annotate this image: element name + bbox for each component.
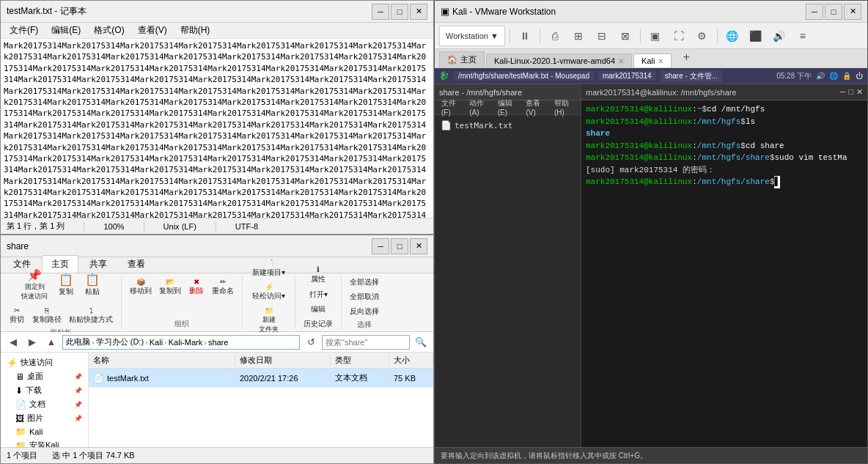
nav-downloads[interactable]: ⬇ 下载 📌 — [1, 383, 88, 397]
refresh-button[interactable]: ↺ — [303, 334, 319, 350]
vm-fullscreen-btn[interactable]: ⛶ — [669, 26, 689, 46]
inner-tb-mark[interactable]: mark20175314 — [598, 71, 656, 81]
fm-menu-file[interactable]: 文件(F) — [438, 97, 464, 117]
up-button[interactable]: ▲ — [43, 334, 59, 350]
fm-file-item[interactable]: 📄 testMark.txt — [439, 118, 576, 133]
vm-network-btn[interactable]: 🌐 — [722, 26, 743, 46]
fm-title: share - /mnt/hgfs/share — [439, 88, 522, 97]
copy-path-button[interactable]: ⎘ 复制路径 — [30, 305, 64, 326]
vm-usb-btn[interactable]: ⬛ — [746, 26, 766, 46]
fm-menu-help[interactable]: 帮助(H) — [551, 97, 578, 117]
paste-icon: 📋 — [85, 274, 100, 286]
menu-file[interactable]: 文件(F) — [4, 23, 44, 38]
rename-button[interactable]: ✏ 重命名 — [210, 276, 236, 298]
nav-kali[interactable]: 📁 Kali — [1, 425, 88, 438]
maximize-button[interactable]: □ — [391, 4, 408, 20]
menu-view[interactable]: 查看(V) — [132, 23, 173, 38]
organize-label: 组织 — [174, 319, 189, 329]
menu-edit[interactable]: 编辑(E) — [45, 23, 87, 38]
fm-menu-action[interactable]: 动作(A) — [466, 97, 493, 117]
col-name[interactable]: 名称 — [89, 355, 235, 366]
vmware-maximize[interactable]: □ — [825, 4, 842, 20]
nav-documents[interactable]: 📄 文档 📌 — [1, 397, 88, 411]
tab-close-2[interactable]: ✕ — [658, 57, 663, 65]
terminal-pane[interactable]: mark20175314@kalilinux: /mnt/hgfs/share … — [581, 84, 867, 447]
vm-icon1[interactable]: ⎙ — [545, 26, 565, 46]
notepad-content[interactable]: Mark20175314Mark20175314Mark20175314Mark… — [1, 39, 433, 218]
back-button[interactable]: ◀ — [5, 334, 21, 350]
vm-icon3[interactable]: ⊟ — [592, 26, 612, 46]
nav-quick-access[interactable]: ⚡ 快速访问 — [1, 356, 88, 369]
cut-button[interactable]: ✂ 剪切 — [7, 305, 27, 326]
workstation-label: Workstation ▼ — [446, 32, 499, 40]
menu-format[interactable]: 格式(O) — [88, 23, 130, 38]
col-type[interactable]: 类型 — [331, 355, 389, 366]
new-item-button[interactable]: 📄 新建项目▾ — [249, 257, 289, 280]
col-size[interactable]: 大小 — [389, 355, 433, 366]
vmware-tabs: 🏠 主页 Kali-Linux-2020.1-vmware-amd64 ✕ Ka… — [435, 49, 867, 68]
vmware-close[interactable]: ✕ — [844, 4, 861, 20]
search-button[interactable]: 🔍 — [413, 334, 429, 350]
explorer-controls: ─ □ ✕ — [372, 238, 427, 254]
select-all-button[interactable]: 全部选择 — [347, 276, 381, 289]
pin-to-quickaccess-button[interactable]: 📌 固定到快速访问 — [18, 268, 51, 303]
minimize-button[interactable]: ─ — [372, 4, 389, 20]
term-minimize[interactable]: ─ — [840, 87, 846, 97]
terminal-controls: ─ □ ✕ — [840, 87, 863, 97]
vm-screen[interactable]: 🐉 /mnt/hgfs/share/testMark.txt - Mousepa… — [435, 68, 867, 447]
explorer-window: share ─ □ ✕ 文件 主页 共享 查看 📌 固定到快速访问 📋 复制 — [0, 235, 434, 464]
inner-tb-filemanager[interactable]: share - 文件管... — [661, 70, 722, 82]
vm-icon4[interactable]: ⊠ — [615, 26, 636, 46]
menu-help[interactable]: 帮助(H) — [174, 23, 216, 38]
vm-tab-home[interactable]: 🏠 主页 — [439, 51, 485, 67]
edit-button[interactable]: 编辑 — [308, 303, 328, 316]
vm-tab-kali[interactable]: Kali ✕ — [633, 54, 672, 67]
vm-icon2[interactable]: ⊞ — [568, 26, 589, 46]
address-path[interactable]: 此电脑 › 学习办公 (D:) › Kali › Kali-Mark › sha… — [62, 335, 300, 350]
terminal-line-6: [sudo] mark20175314 的密码： — [586, 164, 863, 177]
nav-pictures[interactable]: 🖼 图片 📌 — [1, 411, 88, 425]
search-input[interactable] — [322, 335, 410, 350]
paste-button[interactable]: 📋 粘贴 — [81, 272, 104, 299]
easy-access-button[interactable]: ⚡ 轻松访问▾ — [250, 281, 287, 303]
explorer-minimize[interactable]: ─ — [372, 238, 389, 254]
close-button[interactable]: ✕ — [410, 4, 427, 20]
properties-button[interactable]: ℹ 属性 — [306, 263, 330, 287]
col-date[interactable]: 修改日期 — [235, 355, 331, 366]
fm-menu-edit[interactable]: 编辑(E) — [494, 97, 521, 117]
nav-desktop[interactable]: 🖥 桌面 📌 — [1, 369, 88, 383]
vmware-minimize[interactable]: ─ — [806, 4, 823, 20]
cursor: ▋ — [774, 176, 780, 188]
terminal-content[interactable]: mark20175314@kalilinux:~$ cd /mnt/hgfs m… — [581, 100, 867, 447]
table-row[interactable]: 📄testMark.txt 2020/2/21 17:26 文本文档 75 KB — [89, 369, 433, 388]
explorer-close[interactable]: ✕ — [410, 238, 427, 254]
term-maximize[interactable]: □ — [848, 87, 853, 97]
speaker-icon: 🔊 — [816, 72, 825, 80]
copy-button[interactable]: 📋 复制 — [54, 272, 78, 299]
explorer-maximize[interactable]: □ — [391, 238, 408, 254]
term-close[interactable]: ✕ — [856, 87, 863, 97]
nav-install-kali[interactable]: 📁 安装Kali — [1, 438, 88, 447]
forward-button[interactable]: ▶ — [24, 334, 40, 350]
move-to-button[interactable]: 📦 移动到 — [128, 276, 154, 298]
deselect-all-button[interactable]: 全部取消 — [347, 290, 381, 303]
vm-display-btn[interactable]: ▣ — [645, 26, 666, 46]
add-tab-button[interactable]: + — [676, 47, 696, 67]
copy-to-button[interactable]: 📂 复制到 — [157, 276, 183, 298]
vm-more-btn[interactable]: ≡ — [792, 26, 813, 46]
delete-button[interactable]: ✖ 删除 — [186, 276, 207, 298]
history-button[interactable]: 历史记录 — [301, 317, 335, 331]
tab-view[interactable]: 查看 — [118, 255, 155, 273]
workstation-menu-button[interactable]: Workstation ▼ — [439, 26, 505, 46]
pause-button[interactable]: ⏸ — [515, 26, 535, 46]
open-button[interactable]: 打开▾ — [307, 288, 330, 301]
file-icon: 📄 — [441, 119, 452, 133]
invert-selection-button[interactable]: 反向选择 — [347, 305, 381, 318]
vm-settings-btn[interactable]: ⚙ — [692, 26, 713, 46]
inner-tb-mousepad[interactable]: /mnt/hgfs/share/testMark.txt - Mousepad — [454, 71, 594, 81]
vm-tab-kali-linux[interactable]: Kali-Linux-2020.1-vmware-amd64 ✕ — [486, 54, 632, 67]
tab-close-1[interactable]: ✕ — [618, 57, 624, 65]
vm-audio-btn[interactable]: 🔊 — [769, 26, 790, 46]
paste-shortcut-button[interactable]: ⤵ 粘贴快捷方式 — [67, 305, 115, 326]
fm-menu-view[interactable]: 查看(V) — [522, 97, 549, 117]
